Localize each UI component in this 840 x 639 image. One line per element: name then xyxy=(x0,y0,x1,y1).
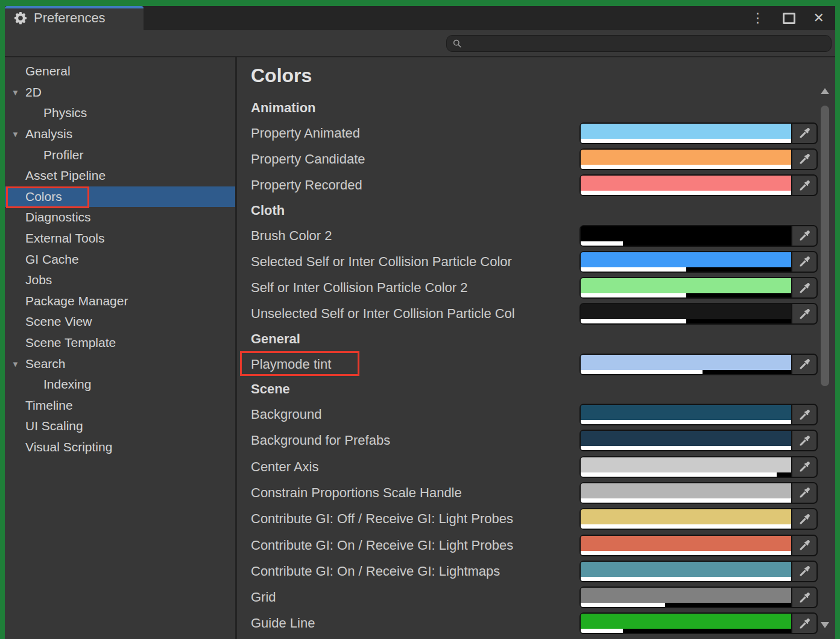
color-field[interactable] xyxy=(581,483,791,503)
eyedropper-button[interactable] xyxy=(792,536,816,555)
sidebar-item-diagnostics[interactable]: Diagnostics xyxy=(5,207,235,228)
color-swatch[interactable] xyxy=(579,612,818,634)
color-setting-label: Property Animated xyxy=(251,126,579,141)
color-swatch[interactable] xyxy=(579,225,818,247)
sidebar-item-general[interactable]: General xyxy=(5,61,235,82)
sidebar-item-visual-scripting[interactable]: Visual Scripting xyxy=(5,437,235,458)
color-field[interactable] xyxy=(581,509,791,529)
color-field[interactable] xyxy=(581,124,791,143)
sidebar-item-scene-view[interactable]: Scene View xyxy=(5,311,235,332)
color-field[interactable] xyxy=(581,176,791,195)
eyedropper-button[interactable] xyxy=(792,124,816,143)
eyedropper-button[interactable] xyxy=(792,614,816,633)
color-field[interactable] xyxy=(581,278,791,297)
sidebar-item-gi-cache[interactable]: GI Cache xyxy=(5,249,235,270)
color-swatch[interactable] xyxy=(579,404,818,425)
eyedropper-button[interactable] xyxy=(792,562,816,581)
sidebar-item-analysis[interactable]: ▼Analysis xyxy=(5,124,235,145)
color-swatch[interactable] xyxy=(579,122,818,144)
color-setting-row-brush-color-2: Brush Color 2 xyxy=(251,223,818,249)
maximize-icon[interactable] xyxy=(783,13,795,24)
eyedropper-button[interactable] xyxy=(792,405,816,424)
color-field[interactable] xyxy=(581,150,791,169)
color-field[interactable] xyxy=(581,562,791,581)
kebab-menu-icon[interactable]: ⋮ xyxy=(751,11,765,25)
color-swatch[interactable] xyxy=(579,174,818,196)
color-swatch[interactable] xyxy=(579,456,818,478)
color-swatch[interactable] xyxy=(579,354,818,375)
color-field[interactable] xyxy=(581,614,791,633)
tab-preferences[interactable]: Preferences xyxy=(5,6,144,30)
color-swatch[interactable] xyxy=(579,561,818,582)
sidebar-item-profiler[interactable]: Profiler xyxy=(5,144,235,165)
eyedropper-button[interactable] xyxy=(792,226,816,246)
color-field[interactable] xyxy=(581,304,791,323)
page-title: Colors xyxy=(251,65,818,96)
eyedropper-button[interactable] xyxy=(792,483,816,503)
search-input[interactable] xyxy=(466,37,826,49)
sidebar-item-asset-pipeline[interactable]: Asset Pipeline xyxy=(5,165,235,186)
color-swatch[interactable] xyxy=(579,430,818,451)
color-swatch[interactable] xyxy=(579,251,818,273)
eyedropper-button[interactable] xyxy=(792,457,816,477)
sidebar-item-label: Diagnostics xyxy=(5,210,91,224)
color-field[interactable] xyxy=(581,355,791,374)
color-field[interactable] xyxy=(581,536,791,555)
eyedropper-button[interactable] xyxy=(792,355,816,374)
color-swatch[interactable] xyxy=(579,277,818,299)
color-field[interactable] xyxy=(581,457,791,477)
sidebar-item-label: Scene Template xyxy=(5,335,116,350)
sidebar-item-ui-scaling[interactable]: UI Scaling xyxy=(5,416,235,437)
sidebar-item-2d[interactable]: ▼2D xyxy=(5,82,235,103)
eyedropper-button[interactable] xyxy=(792,176,816,195)
sidebar-item-label: Visual Scripting xyxy=(5,440,112,454)
sidebar-item-label: 2D xyxy=(5,85,42,100)
scroll-up-arrow-icon[interactable] xyxy=(821,88,829,94)
eyedropper-button[interactable] xyxy=(792,278,816,297)
sidebar-item-scene-template[interactable]: Scene Template xyxy=(5,332,235,354)
sidebar-item-indexing[interactable]: Indexing xyxy=(5,374,235,395)
color-field[interactable] xyxy=(581,431,791,450)
scrollbar-thumb[interactable] xyxy=(821,106,829,386)
color-swatch[interactable] xyxy=(579,508,818,530)
eyedropper-button[interactable] xyxy=(792,509,816,529)
color-swatch[interactable] xyxy=(579,587,818,608)
foldout-triangle-icon[interactable]: ▼ xyxy=(11,87,19,97)
color-swatch[interactable] xyxy=(579,303,818,325)
sidebar-item-package-manager[interactable]: Package Manager xyxy=(5,291,235,312)
color-setting-label: Property Recorded xyxy=(251,177,579,193)
foldout-triangle-icon[interactable]: ▼ xyxy=(11,359,19,368)
sidebar-item-search[interactable]: ▼Search xyxy=(5,353,235,374)
color-swatch[interactable] xyxy=(579,535,818,556)
eyedropper-button[interactable] xyxy=(792,150,816,169)
color-field[interactable] xyxy=(581,405,791,424)
color-setting-label: Contribute GI: Off / Receive GI: Light P… xyxy=(251,511,579,527)
sidebar-item-jobs[interactable]: Jobs xyxy=(5,270,235,291)
eyedropper-button[interactable] xyxy=(792,588,816,607)
vertical-scrollbar[interactable] xyxy=(820,83,830,633)
sidebar-item-physics[interactable]: Physics xyxy=(5,103,235,124)
eyedropper-button[interactable] xyxy=(792,431,816,450)
color-swatch[interactable] xyxy=(579,148,818,170)
foldout-triangle-icon[interactable]: ▼ xyxy=(11,130,19,139)
color-swatch[interactable] xyxy=(579,482,818,504)
close-icon[interactable]: ✕ xyxy=(813,11,824,25)
eyedropper-button[interactable] xyxy=(792,304,816,323)
color-setting-row-contribute-gi-on-receive-gi-light-probes: Contribute GI: On / Receive GI: Light Pr… xyxy=(251,532,818,558)
sidebar-item-colors[interactable]: Colors xyxy=(5,186,235,208)
color-field[interactable] xyxy=(581,226,791,246)
color-setting-row-contribute-gi-on-receive-gi-lightmaps: Contribute GI: On / Receive GI: Lightmap… xyxy=(251,558,818,584)
eyedropper-icon xyxy=(798,282,811,294)
sidebar-item-label: Package Manager xyxy=(5,294,128,308)
alpha-strip xyxy=(581,191,791,195)
scroll-down-arrow-icon[interactable] xyxy=(821,622,829,628)
search-field[interactable] xyxy=(446,35,832,52)
tab-title: Preferences xyxy=(34,10,106,26)
sidebar-item-external-tools[interactable]: External Tools xyxy=(5,228,235,249)
color-setting-row-center-axis: Center Axis xyxy=(251,454,818,480)
alpha-strip xyxy=(581,603,791,607)
sidebar-item-timeline[interactable]: Timeline xyxy=(5,395,235,416)
color-field[interactable] xyxy=(581,252,791,272)
color-field[interactable] xyxy=(581,588,791,607)
eyedropper-button[interactable] xyxy=(792,252,816,272)
